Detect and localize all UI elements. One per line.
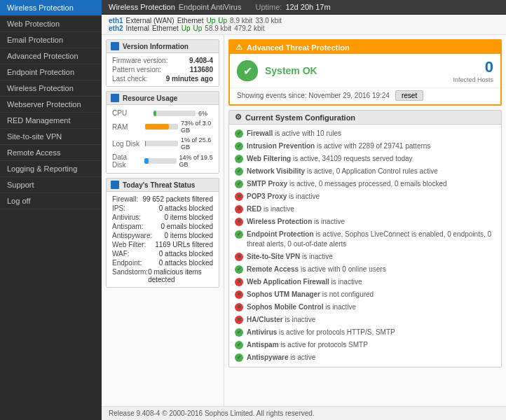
logdisk-row: Log Disk 1% of 25.6 GB (112, 135, 213, 152)
status-indicator: ✔ (235, 142, 243, 150)
ram-bar-fill (145, 124, 169, 130)
status-indicator: ✔ (235, 155, 243, 163)
atp-body: ✔ System OK 0 Infected Hosts (230, 54, 500, 88)
config-row: ✔ Network Visibility is active, 0 Applic… (235, 165, 495, 178)
sidebar-item[interactable]: Endpoint Protection (0, 64, 102, 80)
version-info-header: Version Information (107, 40, 219, 53)
config-row: ✖ Wireless Protection is inactive (235, 216, 495, 228)
resource-usage-content: CPU 6% RAM 73% of 3.0 GB L (107, 105, 219, 173)
network-bar: eth1 External (WAN) Ethernet Up Up 8.9 k… (102, 15, 506, 35)
resource-usage-header: Resource Usage (107, 92, 219, 105)
sidebar-item[interactable]: Webserver Protection (0, 97, 102, 113)
threat-status-content: Firewall: 99 652 packets filteredIPS: 0 … (107, 192, 219, 287)
threat-status-row: Firewall: 99 652 packets filtered (112, 195, 213, 204)
atp-footer: Showing events since: November 29, 2016 … (230, 88, 500, 104)
ram-bar-bg (145, 124, 178, 130)
config-row: ✔ Antispam is active for protocols SMTP (235, 339, 495, 351)
logdisk-bar-bg (145, 141, 178, 146)
config-row: ✔ Endpoint Protection is active, Sophos … (235, 228, 495, 251)
config-row: ✔ Antispyware is active (235, 351, 495, 364)
config-row: ✖ Sophos UTM Manager is not configured (235, 288, 495, 301)
resource-icon (111, 94, 119, 102)
status-indicator: ✔ (235, 130, 243, 138)
status-indicator: ✖ (235, 316, 243, 324)
datadisk-bar-fill (144, 158, 149, 164)
network-interface-row: eth2 Internal Ethernet Up Up 58.9 kbit 4… (109, 24, 282, 32)
config-row: ✔ Intrusion Prevention is active with 22… (235, 140, 495, 153)
shield-icon: ✔ (237, 60, 258, 81)
sidebar-item[interactable]: Email Protection (0, 32, 102, 48)
sidebar-item[interactable]: Site-to-site VPN (0, 129, 102, 145)
atp-count-section: 0 Infected Hosts (453, 58, 493, 83)
right-panel: ⚠ Advanced Threat Protection ✔ System OK… (224, 35, 506, 406)
threat-status-box: Today's Threat Status Firewall: 99 652 p… (106, 178, 219, 288)
datadisk-row: Data Disk 14% of 19.5 GB (112, 152, 213, 170)
threat-status-row: WAF: 0 attacks blocked (112, 249, 213, 258)
system-config-box: ⚙ Current System Configuration ✔ Firewal… (228, 110, 502, 368)
version-info-box: Version Information Firmware version: 9.… (106, 39, 219, 87)
config-row: ✔ Firewall is active with 10 rules (235, 127, 495, 140)
sidebar-item[interactable]: RED Management (0, 113, 102, 129)
topbar-product: Wireless Protection Endpoint AntiVirus (109, 3, 241, 11)
sidebar-item[interactable]: Advanced Protection (0, 48, 102, 64)
config-row: ✔ Antivirus is active for protocols HTTP… (235, 326, 495, 339)
sidebar-item[interactable]: Web Protection (0, 16, 102, 32)
config-row: ✔ SMTP Proxy is active, 0 messages proce… (235, 178, 495, 190)
config-row: ✖ Sophos Mobile Control is inactive (235, 301, 495, 314)
config-row: ✔ Web Filtering is active, 34109 request… (235, 153, 495, 165)
datadisk-bar-bg (144, 158, 177, 164)
config-row: ✖ RED is inactive (235, 203, 495, 216)
threat-icon (111, 181, 119, 189)
config-row: ✖ Site-to-Site VPN is inactive (235, 251, 495, 263)
status-indicator: ✔ (235, 354, 243, 362)
threat-status-row: IPS: 0 attacks blocked (112, 204, 213, 213)
sidebar-item[interactable]: Remote Access (0, 145, 102, 161)
sidebar-item[interactable]: Logging & Reporting (0, 161, 102, 177)
threat-status-header: Today's Threat Status (107, 178, 219, 192)
config-row: ✖ Web Application Firewall is inactive (235, 276, 495, 288)
sidebar-item[interactable]: Log off (0, 193, 102, 209)
status-indicator: ✔ (235, 180, 243, 188)
system-config-body: ✔ Firewall is active with 10 rules✔ Intr… (229, 125, 501, 367)
status-indicator: ✖ (235, 205, 243, 214)
config-row: ✖ HA/Cluster is inactive (235, 314, 495, 326)
resource-usage-box: Resource Usage CPU 6% RAM (106, 91, 219, 174)
left-panel: Version Information Firmware version: 9.… (102, 35, 224, 406)
sidebar: Wireless Protection Web ProtectionEmail … (0, 0, 102, 420)
system-config-header: ⚙ Current System Configuration (229, 111, 501, 125)
status-indicator: ✔ (235, 167, 243, 176)
config-icon: ⚙ (235, 113, 242, 122)
status-indicator: ✔ (235, 265, 243, 274)
cpu-bar-bg (153, 111, 196, 116)
threat-status-row: Sandstorm: 0 malicious items detected (112, 267, 213, 284)
status-indicator: ✖ (235, 253, 243, 261)
config-row: ✖ POP3 Proxy is inactive (235, 190, 495, 203)
status-indicator: ✔ (235, 328, 243, 337)
topbar-uptime: Uptime: 12d 20h 17m (255, 3, 330, 11)
status-indicator: ✖ (235, 290, 243, 299)
sidebar-item[interactable]: Support (0, 177, 102, 193)
content-area: Version Information Firmware version: 9.… (102, 35, 506, 406)
reset-button[interactable]: reset (395, 90, 423, 101)
atp-box: ⚠ Advanced Threat Protection ✔ System OK… (228, 39, 502, 106)
main-panel: Wireless Protection Endpoint AntiVirus U… (102, 0, 506, 420)
status-indicator: ✖ (235, 192, 243, 201)
status-indicator: ✔ (235, 341, 243, 349)
cpu-row: CPU 6% (112, 108, 213, 118)
threat-status-row: Endpoint: 0 attacks blocked (112, 258, 213, 267)
config-row: ✔ Remote Access is active with 0 online … (235, 263, 495, 276)
threat-status-row: Antispam: 0 emails blocked (112, 222, 213, 231)
sidebar-item[interactable]: Wireless Protection (0, 80, 102, 97)
network-interface-row: eth1 External (WAN) Ethernet Up Up 8.9 k… (109, 17, 282, 24)
version-icon (111, 42, 119, 50)
atp-icon: ⚠ (235, 43, 242, 52)
status-indicator: ✖ (235, 303, 243, 312)
threat-status-row: Antivirus: 0 items blocked (112, 213, 213, 222)
threat-status-row: Antispyware: 0 items blocked (112, 231, 213, 240)
sidebar-item-protection[interactable]: Wireless Protection (0, 0, 102, 16)
atp-header: ⚠ Advanced Threat Protection (230, 41, 500, 54)
footer: Release 9.408-4 © 2000-2016 Sophos Limit… (102, 406, 506, 420)
status-indicator: ✔ (235, 230, 243, 239)
topbar: Wireless Protection Endpoint AntiVirus U… (102, 0, 506, 15)
ram-row: RAM 73% of 3.0 GB (112, 118, 213, 135)
